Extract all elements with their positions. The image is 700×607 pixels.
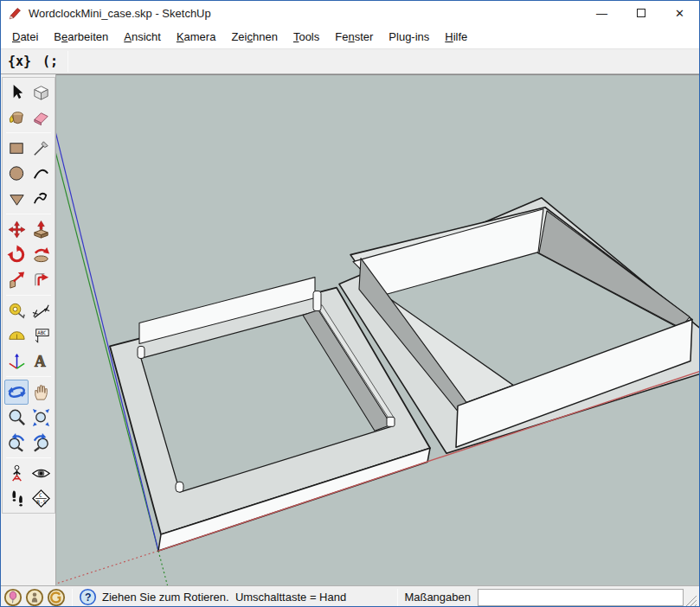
look-around-tool-button[interactable]: [29, 461, 53, 486]
section-plane-icon: CR-5: [31, 489, 51, 508]
maximize-button[interactable]: [621, 1, 660, 25]
status-bar: ? Ziehen Sie zum Rotieren. Umschalttaste…: [1, 585, 699, 607]
menu-kamera[interactable]: Kamera: [169, 27, 224, 47]
lid-post: [387, 417, 395, 426]
coin-balloon-icon: [3, 588, 22, 607]
coin-g-button[interactable]: [47, 588, 66, 607]
tool-section-divider: [6, 295, 51, 296]
tool-section: ABCA: [4, 298, 53, 374]
tape-measure-tool-button[interactable]: [4, 298, 29, 323]
close-button[interactable]: ✕: [660, 1, 699, 25]
tool-section-divider: [6, 132, 51, 133]
position-camera-icon: [7, 463, 27, 483]
text-tool-button[interactable]: ABC: [29, 323, 53, 348]
section-plane-tool-button[interactable]: CR-5: [29, 486, 53, 511]
zoom-extents-icon: [31, 407, 51, 427]
tool-section-divider: [6, 457, 51, 458]
select-icon: [7, 82, 27, 102]
title-bar[interactable]: WordclockMini_case.skp - SketchUp — ✕: [1, 1, 699, 25]
menu-fenster[interactable]: Fenster: [327, 27, 381, 47]
coin-balloon-button[interactable]: [3, 588, 22, 607]
position-camera-tool-button[interactable]: [4, 461, 29, 486]
3d-text-icon: A: [31, 351, 51, 371]
walk-tool-button[interactable]: [4, 486, 29, 511]
protractor-icon: [7, 326, 27, 346]
measurements-label: Maßangaben: [404, 591, 471, 604]
tool-section-divider: [6, 214, 51, 214]
line-tool-button[interactable]: [29, 136, 53, 161]
rectangle-tool-button[interactable]: [4, 136, 29, 161]
move-icon: [7, 220, 27, 240]
zoom-tool-button[interactable]: [4, 405, 29, 430]
lid-post: [176, 482, 183, 492]
tool-palette: ABCACR-5: [1, 74, 56, 585]
menu-tools[interactable]: Tools: [286, 27, 327, 47]
orbit-tool-button[interactable]: [4, 380, 29, 405]
protractor-tool-button[interactable]: [4, 323, 29, 348]
help-icon[interactable]: ?: [79, 588, 97, 606]
measurements-input[interactable]: [478, 589, 684, 606]
plugin-toolbar: {x}(;: [1, 49, 699, 74]
line-icon: [31, 138, 51, 158]
tool-section-divider: [6, 376, 51, 377]
menu-hilfe[interactable]: Hilfe: [437, 27, 475, 47]
rotate-tool-button[interactable]: [4, 242, 29, 267]
minimize-button[interactable]: —: [582, 1, 621, 25]
3d-viewport[interactable]: [56, 74, 699, 585]
window-title: WordclockMini_case.skp - SketchUp: [29, 7, 211, 20]
zoom-previous-icon: [7, 432, 27, 452]
status-separator: [397, 589, 398, 606]
offset-tool-button[interactable]: [29, 267, 53, 292]
coin-person-icon: [25, 588, 44, 607]
arc-tool-button[interactable]: [29, 161, 53, 186]
tape-measure-icon: [7, 301, 27, 321]
paint-bucket-tool-button[interactable]: [4, 105, 29, 130]
svg-text:ABC: ABC: [37, 330, 47, 335]
menu-bearbeiten[interactable]: Bearbeiten: [46, 27, 116, 47]
arc-icon: [31, 163, 51, 183]
axes-tool-button[interactable]: [4, 348, 29, 374]
menu-bar: DateiBearbeitenAnsichtKameraZeichnenTool…: [1, 25, 699, 49]
ruby-console-button[interactable]: {x}: [3, 52, 35, 71]
freehand-tool-button[interactable]: [29, 186, 53, 211]
circle-icon: [7, 163, 27, 183]
push-pull-tool-button[interactable]: [29, 217, 53, 242]
zoom-extents-tool-button[interactable]: [29, 405, 53, 430]
select-tool-button[interactable]: [4, 80, 29, 105]
zoom-previous-tool-button[interactable]: [4, 430, 29, 455]
offset-icon: [31, 270, 51, 290]
move-tool-button[interactable]: [4, 217, 29, 242]
toolbar-separator: [67, 51, 68, 72]
coin-person-button[interactable]: [25, 588, 44, 607]
look-around-icon: [31, 463, 51, 483]
pan-tool-button[interactable]: [29, 380, 53, 405]
menu-datei[interactable]: Datei: [4, 27, 46, 47]
3d-text-tool-button[interactable]: A: [29, 348, 53, 374]
tool-section: [4, 136, 53, 211]
tool-section: CR-5: [4, 461, 53, 511]
menu-ansicht[interactable]: Ansicht: [116, 27, 169, 47]
scale-tool-button[interactable]: [4, 267, 29, 292]
dimension-tool-button[interactable]: [29, 298, 53, 323]
orbit-icon: [7, 382, 27, 402]
tool-section: [4, 217, 53, 292]
axes-icon: [7, 351, 27, 371]
scale-icon: [7, 270, 27, 290]
tool-section: [4, 380, 53, 455]
sketchup-logo-icon: [8, 6, 22, 21]
follow-me-tool-button[interactable]: [29, 242, 53, 267]
zoom-next-tool-button[interactable]: [29, 430, 53, 455]
polygon-tool-button[interactable]: [4, 186, 29, 211]
zoom-next-icon: [31, 432, 51, 452]
coin-g-icon: [47, 588, 66, 607]
menu-zeichnen[interactable]: Zeichnen: [223, 27, 285, 47]
eraser-tool-button[interactable]: [29, 105, 53, 130]
menu-plug-ins[interactable]: Plug-ins: [381, 27, 437, 47]
sketchup-window: WordclockMini_case.skp - SketchUp — ✕ Da…: [0, 0, 700, 607]
dimension-icon: [31, 301, 51, 321]
circle-tool-button[interactable]: [4, 161, 29, 186]
resize-grip[interactable]: [685, 595, 697, 607]
ruby-code-button[interactable]: (;: [38, 52, 62, 71]
make-component-tool-button[interactable]: [29, 80, 53, 105]
svg-text:R-5: R-5: [36, 499, 46, 505]
